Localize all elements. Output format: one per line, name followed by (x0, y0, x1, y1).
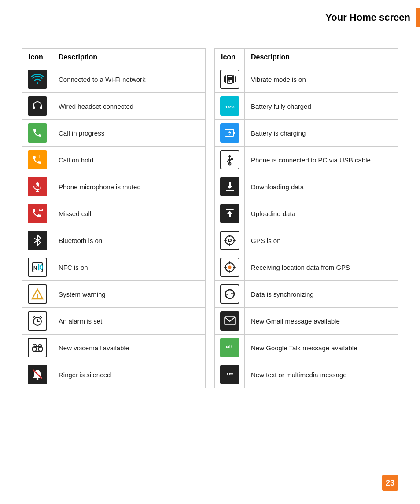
table-row: N NFC is on (22, 254, 206, 281)
table-row: New voicemail available (22, 335, 206, 361)
icon-cell-sms (215, 361, 245, 388)
svg-point-55 (231, 373, 233, 375)
svg-text:!: ! (37, 292, 39, 299)
desc-cell-wifi: Connected to a Wi-Fi network (52, 66, 206, 93)
desc-cell-usb: Phone is connected to PC via USB cable (245, 147, 398, 173)
table-row: talk New Google Talk message available (215, 335, 398, 361)
header-accent-bar (416, 8, 420, 27)
table-row: Battery is charging (215, 120, 398, 147)
icon-cell-wifi (22, 66, 52, 93)
vibrate-icon: h (220, 70, 239, 89)
table-row: Data is synchronizing (215, 281, 398, 308)
table-row: h Vibrate mode is on (215, 66, 398, 93)
icon-cell-call-hold: II (22, 147, 52, 173)
svg-rect-34 (227, 161, 228, 162)
icon-cell-usb (215, 147, 245, 173)
main-content: Icon Description (0, 35, 420, 401)
desc-cell-gmail: New Gmail message available (245, 308, 398, 335)
gmail-icon (220, 311, 239, 331)
svg-point-14 (34, 346, 35, 347)
warning-icon: ! (28, 284, 47, 304)
upload-icon (220, 204, 239, 223)
svg-rect-30 (234, 132, 235, 134)
desc-cell-gps: GPS is on (245, 227, 398, 254)
table-row: Phone microphone is muted (22, 173, 206, 200)
table-row: New text or multimedia message (215, 361, 398, 388)
left-icon-table: Icon Description (22, 48, 206, 388)
right-table-desc-header: Description (245, 49, 398, 66)
icon-cell-warning: ! (22, 281, 52, 308)
desc-cell-call: Call in progress (52, 120, 206, 147)
page-number: 23 (382, 475, 398, 491)
right-icon-table: Icon Description (214, 48, 398, 388)
gps-receiving-icon (220, 258, 239, 277)
table-row: Downloading data (215, 173, 398, 200)
table-row: Bluetooth is on (22, 227, 206, 254)
svg-rect-38 (226, 209, 234, 210)
icon-cell-mic-mute (22, 173, 52, 200)
nfc-icon: N (28, 258, 47, 277)
icon-cell-voicemail (22, 335, 52, 361)
icon-cell-battery-charge (215, 120, 245, 147)
table-row: Receiving location data from GPS (215, 254, 398, 281)
voicemail-icon (28, 338, 47, 357)
desc-cell-bluetooth: Bluetooth is on (52, 227, 206, 254)
battery-full-icon: 100% (220, 96, 239, 116)
table-row: Ringer is silenced (22, 361, 206, 388)
table-row: Call in progress (22, 120, 206, 147)
desc-cell-missed-call: Missed call (52, 200, 206, 227)
desc-cell-warning: System warning (52, 281, 206, 308)
left-table-desc-header: Description (52, 49, 206, 66)
icon-cell-alarm (22, 308, 52, 335)
table-row: II Call on hold (22, 147, 206, 173)
ringer-silent-icon (28, 365, 47, 384)
icon-cell-download (215, 173, 245, 200)
icon-cell-upload (215, 200, 245, 227)
mic-mute-icon (28, 177, 47, 196)
desc-cell-sms: New text or multimedia message (245, 361, 398, 388)
icon-cell-bluetooth (22, 227, 52, 254)
download-icon (220, 177, 239, 196)
headset-icon (28, 96, 47, 116)
svg-text:h: h (228, 79, 230, 83)
gps-icon (220, 231, 239, 250)
gtalk-icon: talk (220, 338, 239, 357)
table-row: Uploading data (215, 200, 398, 227)
table-row: New Gmail message available (215, 308, 398, 335)
icon-cell-gps (215, 227, 245, 254)
svg-text:N: N (33, 265, 37, 271)
svg-point-53 (227, 373, 228, 375)
svg-point-46 (228, 266, 231, 269)
desc-cell-ringer-silent: Ringer is silenced (52, 361, 206, 388)
svg-point-16 (39, 346, 41, 347)
desc-cell-gtalk: New Google Talk message available (245, 335, 398, 361)
icon-cell-headset (22, 93, 52, 120)
desc-cell-nfc: NFC is on (52, 254, 206, 281)
table-row: GPS is on (215, 227, 398, 254)
icon-cell-vibrate: h (215, 66, 245, 93)
svg-rect-0 (33, 106, 35, 109)
table-row: Phone is connected to PC via USB cable (215, 147, 398, 173)
sms-icon (220, 365, 239, 384)
icon-cell-ringer-silent (22, 361, 52, 388)
table-row: 100% Battery fully charged (215, 93, 398, 120)
usb-icon (220, 150, 239, 169)
svg-point-40 (228, 239, 231, 242)
desc-cell-headset: Wired headset connected (52, 93, 206, 120)
battery-charge-icon (220, 123, 239, 143)
call-hold-icon: II (28, 150, 47, 169)
icon-cell-battery-full: 100% (215, 93, 245, 120)
icon-cell-call (22, 120, 52, 147)
page-title: Your Home screen (325, 12, 410, 23)
table-row: ! System warning (22, 281, 206, 308)
svg-text:talk: talk (226, 345, 233, 349)
desc-cell-battery-full: Battery fully charged (245, 93, 398, 120)
table-row: Missed call (22, 200, 206, 227)
svg-rect-35 (231, 158, 233, 160)
desc-cell-battery-charge: Battery is charging (245, 120, 398, 147)
desc-cell-alarm: An alarm is set (52, 308, 206, 335)
table-row: Wired headset connected (22, 93, 206, 120)
page-header: Your Home screen (0, 0, 420, 35)
desc-cell-gps-receiving: Receiving location data from GPS (245, 254, 398, 281)
right-table-icon-header: Icon (215, 49, 245, 66)
